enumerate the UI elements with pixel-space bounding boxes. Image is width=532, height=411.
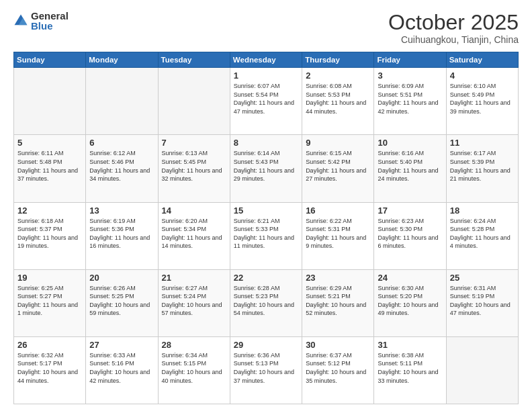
day-info: Sunrise: 6:34 AM Sunset: 5:15 PM Dayligh…	[162, 351, 226, 385]
day-info: Sunrise: 6:16 AM Sunset: 5:40 PM Dayligh…	[378, 149, 442, 183]
day-info: Sunrise: 6:07 AM Sunset: 5:54 PM Dayligh…	[234, 82, 298, 116]
logo-blue: Blue	[31, 21, 69, 31]
day-number: 23	[306, 273, 370, 283]
col-monday: Monday	[86, 52, 158, 68]
calendar-cell: 15Sunrise: 6:21 AM Sunset: 5:33 PM Dayli…	[230, 202, 302, 269]
calendar-cell: 14Sunrise: 6:20 AM Sunset: 5:34 PM Dayli…	[158, 202, 230, 269]
day-number: 16	[306, 205, 370, 216]
day-info: Sunrise: 6:09 AM Sunset: 5:51 PM Dayligh…	[378, 82, 442, 116]
calendar-cell: 13Sunrise: 6:19 AM Sunset: 5:36 PM Dayli…	[86, 202, 158, 269]
logo-icon	[13, 13, 28, 28]
day-number: 20	[89, 273, 154, 283]
day-number: 30	[306, 340, 370, 350]
day-number: 15	[234, 205, 298, 216]
week-row-3: 12Sunrise: 6:18 AM Sunset: 5:37 PM Dayli…	[14, 202, 519, 269]
day-info: Sunrise: 6:12 AM Sunset: 5:46 PM Dayligh…	[89, 149, 154, 183]
day-info: Sunrise: 6:36 AM Sunset: 5:13 PM Dayligh…	[234, 351, 298, 385]
day-info: Sunrise: 6:17 AM Sunset: 5:39 PM Dayligh…	[450, 149, 515, 183]
day-info: Sunrise: 6:22 AM Sunset: 5:31 PM Dayligh…	[306, 217, 370, 250]
month-title: October 2025	[388, 11, 519, 34]
day-number: 6	[89, 138, 154, 148]
day-info: Sunrise: 6:38 AM Sunset: 5:11 PM Dayligh…	[378, 351, 442, 385]
calendar-cell: 5Sunrise: 6:11 AM Sunset: 5:48 PM Daylig…	[14, 135, 86, 202]
calendar-cell: 16Sunrise: 6:22 AM Sunset: 5:31 PM Dayli…	[302, 202, 374, 269]
calendar-cell: 11Sunrise: 6:17 AM Sunset: 5:39 PM Dayli…	[446, 135, 518, 202]
calendar-cell: 2Sunrise: 6:08 AM Sunset: 5:53 PM Daylig…	[302, 68, 374, 135]
calendar-cell: 29Sunrise: 6:36 AM Sunset: 5:13 PM Dayli…	[230, 336, 302, 404]
day-number: 5	[17, 138, 82, 148]
day-number: 19	[17, 273, 82, 283]
day-info: Sunrise: 6:10 AM Sunset: 5:49 PM Dayligh…	[450, 82, 515, 116]
calendar-cell: 4Sunrise: 6:10 AM Sunset: 5:49 PM Daylig…	[446, 68, 518, 135]
calendar-cell: 27Sunrise: 6:33 AM Sunset: 5:16 PM Dayli…	[86, 336, 158, 404]
calendar-cell: 22Sunrise: 6:28 AM Sunset: 5:23 PM Dayli…	[230, 269, 302, 336]
calendar-cell: 18Sunrise: 6:24 AM Sunset: 5:28 PM Dayli…	[446, 202, 518, 269]
calendar-cell	[446, 336, 518, 404]
day-info: Sunrise: 6:13 AM Sunset: 5:45 PM Dayligh…	[162, 149, 226, 183]
title-section: October 2025 Cuihuangkou, Tianjin, China	[388, 11, 519, 45]
calendar-cell	[14, 68, 86, 135]
location: Cuihuangkou, Tianjin, China	[388, 34, 519, 45]
day-number: 21	[162, 273, 226, 283]
day-number: 1	[234, 71, 298, 81]
day-number: 13	[89, 205, 154, 216]
day-info: Sunrise: 6:15 AM Sunset: 5:42 PM Dayligh…	[306, 149, 370, 183]
calendar-cell: 31Sunrise: 6:38 AM Sunset: 5:11 PM Dayli…	[374, 336, 446, 404]
day-info: Sunrise: 6:29 AM Sunset: 5:21 PM Dayligh…	[306, 284, 370, 318]
calendar-cell: 26Sunrise: 6:32 AM Sunset: 5:17 PM Dayli…	[14, 336, 86, 404]
day-info: Sunrise: 6:24 AM Sunset: 5:28 PM Dayligh…	[450, 217, 515, 250]
calendar-cell: 9Sunrise: 6:15 AM Sunset: 5:42 PM Daylig…	[302, 135, 374, 202]
day-info: Sunrise: 6:32 AM Sunset: 5:17 PM Dayligh…	[17, 351, 82, 385]
day-info: Sunrise: 6:25 AM Sunset: 5:27 PM Dayligh…	[17, 284, 82, 318]
day-number: 31	[378, 340, 442, 350]
week-row-2: 5Sunrise: 6:11 AM Sunset: 5:48 PM Daylig…	[14, 135, 519, 202]
calendar-cell: 23Sunrise: 6:29 AM Sunset: 5:21 PM Dayli…	[302, 269, 374, 336]
day-info: Sunrise: 6:23 AM Sunset: 5:30 PM Dayligh…	[378, 217, 442, 250]
week-row-4: 19Sunrise: 6:25 AM Sunset: 5:27 PM Dayli…	[14, 269, 519, 336]
day-number: 25	[450, 273, 515, 283]
day-number: 22	[234, 273, 298, 283]
calendar-cell	[86, 68, 158, 135]
day-number: 11	[450, 138, 515, 148]
day-info: Sunrise: 6:27 AM Sunset: 5:24 PM Dayligh…	[162, 284, 226, 318]
col-tuesday: Tuesday	[158, 52, 230, 68]
calendar-cell: 10Sunrise: 6:16 AM Sunset: 5:40 PM Dayli…	[374, 135, 446, 202]
day-info: Sunrise: 6:08 AM Sunset: 5:53 PM Dayligh…	[306, 82, 370, 116]
day-info: Sunrise: 6:21 AM Sunset: 5:33 PM Dayligh…	[234, 217, 298, 250]
calendar-cell: 1Sunrise: 6:07 AM Sunset: 5:54 PM Daylig…	[230, 68, 302, 135]
calendar-body: 1Sunrise: 6:07 AM Sunset: 5:54 PM Daylig…	[14, 68, 519, 404]
day-info: Sunrise: 6:26 AM Sunset: 5:25 PM Dayligh…	[89, 284, 154, 318]
col-saturday: Saturday	[446, 52, 518, 68]
logo: General Blue	[13, 11, 69, 31]
day-number: 17	[378, 205, 442, 216]
calendar-cell: 7Sunrise: 6:13 AM Sunset: 5:45 PM Daylig…	[158, 135, 230, 202]
calendar-header: Sunday Monday Tuesday Wednesday Thursday…	[14, 52, 519, 68]
day-info: Sunrise: 6:14 AM Sunset: 5:43 PM Dayligh…	[234, 149, 298, 183]
day-info: Sunrise: 6:30 AM Sunset: 5:20 PM Dayligh…	[378, 284, 442, 318]
day-info: Sunrise: 6:33 AM Sunset: 5:16 PM Dayligh…	[89, 351, 154, 385]
page: General Blue October 2025 Cuihuangkou, T…	[0, 0, 532, 411]
day-info: Sunrise: 6:18 AM Sunset: 5:37 PM Dayligh…	[17, 217, 82, 250]
header-row: Sunday Monday Tuesday Wednesday Thursday…	[14, 52, 519, 68]
calendar-cell: 30Sunrise: 6:37 AM Sunset: 5:12 PM Dayli…	[302, 336, 374, 404]
col-sunday: Sunday	[14, 52, 86, 68]
calendar-cell: 19Sunrise: 6:25 AM Sunset: 5:27 PM Dayli…	[14, 269, 86, 336]
week-row-1: 1Sunrise: 6:07 AM Sunset: 5:54 PM Daylig…	[14, 68, 519, 135]
day-number: 28	[162, 340, 226, 350]
col-thursday: Thursday	[302, 52, 374, 68]
day-number: 8	[234, 138, 298, 148]
day-info: Sunrise: 6:11 AM Sunset: 5:48 PM Dayligh…	[17, 149, 82, 183]
calendar-cell: 6Sunrise: 6:12 AM Sunset: 5:46 PM Daylig…	[86, 135, 158, 202]
day-info: Sunrise: 6:20 AM Sunset: 5:34 PM Dayligh…	[162, 217, 226, 250]
col-wednesday: Wednesday	[230, 52, 302, 68]
calendar-cell: 8Sunrise: 6:14 AM Sunset: 5:43 PM Daylig…	[230, 135, 302, 202]
day-number: 10	[378, 138, 442, 148]
calendar-cell: 12Sunrise: 6:18 AM Sunset: 5:37 PM Dayli…	[14, 202, 86, 269]
logo-general: General	[31, 11, 69, 21]
day-number: 24	[378, 273, 442, 283]
calendar-cell	[158, 68, 230, 135]
calendar-cell: 20Sunrise: 6:26 AM Sunset: 5:25 PM Dayli…	[86, 269, 158, 336]
day-number: 2	[306, 71, 370, 81]
day-number: 18	[450, 205, 515, 216]
day-info: Sunrise: 6:31 AM Sunset: 5:19 PM Dayligh…	[450, 284, 515, 318]
